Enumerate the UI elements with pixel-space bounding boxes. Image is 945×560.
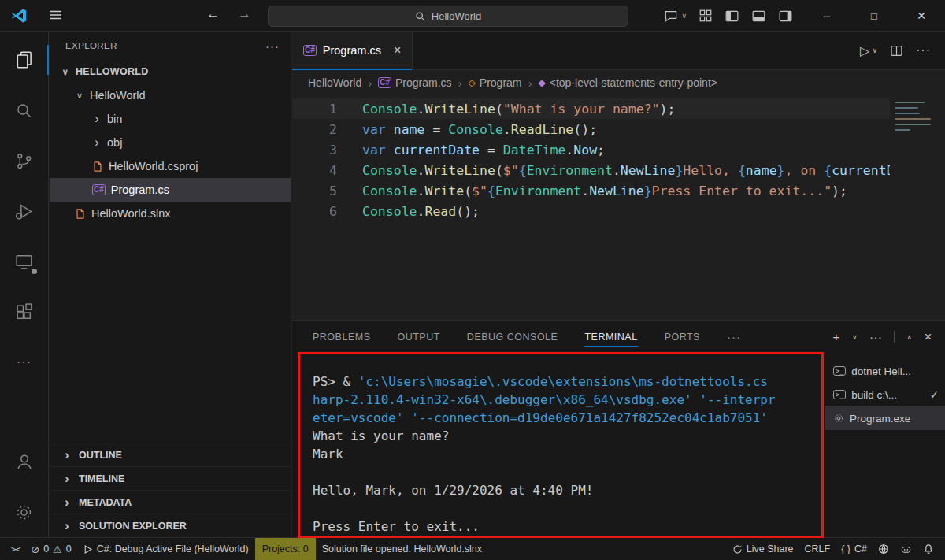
line-text: var name = Console.ReadLine(); [362,122,597,137]
section-metadata[interactable]: › METADATA [50,490,291,514]
tab-label: Program.cs [323,44,381,57]
debug-status[interactable]: C#: Debug Active File (HelloWorld) [78,538,254,560]
tree-item-bin-folder[interactable]: › bin [50,107,291,131]
panel-tab-output[interactable]: OUTPUT [397,321,439,353]
toggle-secondary-sidebar-icon[interactable] [778,9,793,24]
breadcrumb-entry-point[interactable]: ◆ <top-level-statements-entry-point> [539,76,717,89]
remote-indicator[interactable]: >< [6,538,24,560]
breadcrumb-project[interactable]: HelloWorld [308,76,361,89]
panel-more-actions-icon[interactable]: ··· [869,330,883,343]
panel-maximize-icon[interactable]: ∧ [906,333,912,341]
tree-item-csproj-file[interactable]: HelloWorld.csproj [50,154,291,178]
run-button[interactable]: ▷ ∨ [860,43,877,58]
activity-explorer-icon[interactable] [0,35,49,85]
tree-root-label: HELLOWORLD [76,66,149,77]
minimap-line [895,102,925,103]
toggle-sidebar-icon[interactable] [724,9,739,24]
panel-more-icon[interactable]: ··· [727,330,741,343]
copilot-chat-button[interactable]: ∨ [663,8,687,24]
tree-item-slnx-file[interactable]: HelloWorld.slnx [50,202,291,225]
terminal-line: What is your name? [313,427,825,445]
terminal-line [313,499,825,517]
bell-icon[interactable] [918,538,939,560]
minimap[interactable] [890,95,945,320]
panel-tab-ports[interactable]: PORTS [665,321,700,353]
terminal-list-item-build[interactable]: >_ build c:\... ✓ [825,383,945,406]
new-terminal-icon[interactable]: + [833,330,840,343]
code-line[interactable]: 1Console.WriteLine("What is your name?")… [292,98,945,119]
copilot-icon[interactable] [895,538,917,560]
code-line[interactable]: 4Console.WriteLine($"{Environment.NewLin… [292,160,945,180]
editor-tabbar: C# Program.cs × ▷ ∨ ··· [292,32,945,70]
breadcrumb-symbol-program[interactable]: ◇ Program [469,76,522,89]
run-icon: ▷ [860,43,869,58]
toggle-panel-icon[interactable] [751,9,766,24]
breadcrumb-separator: › [458,76,462,90]
tree-item-label: HelloWorld.csproj [109,160,198,172]
tab-programcs[interactable]: C# Program.cs × [292,32,413,69]
terminal-output[interactable]: PS> & 'c:\Users\mosagie\.vscode\extensio… [292,353,825,537]
breadcrumb-file[interactable]: C# Program.cs [378,76,451,89]
command-center-search[interactable]: HelloWorld [268,6,628,27]
chevron-right-icon: › [92,115,102,123]
terminal-dropdown-icon[interactable]: ∨ [852,333,858,341]
tree-item-label: HelloWorld [90,89,146,102]
customize-layout-icon[interactable] [699,9,713,23]
explorer-header: EXPLORER ··· [50,32,291,60]
live-share-status[interactable]: Live Share [728,538,799,560]
problems-status[interactable]: ⊘ 0 ⚠ 0 [26,538,76,560]
cube-symbol-icon: ◆ [539,77,546,88]
terminal-list-item-program[interactable]: Program.exe [825,406,945,430]
terminal-list-item-dotnet[interactable]: >_ dotnet Hell... [825,359,945,383]
globe-icon[interactable] [873,538,894,560]
projects-status-badge[interactable]: Projects: 0 [255,538,316,560]
navigate-forward-icon[interactable]: → [238,6,251,22]
line-text: Console.Read(); [362,204,480,219]
line-text: Console.WriteLine("What is your name?"); [362,102,675,117]
panel-tab-debug-console[interactable]: DEBUG CONSOLE [467,321,558,353]
minimize-button[interactable]: ─ [803,0,850,32]
panel-close-icon[interactable]: × [925,329,932,345]
close-button[interactable]: × [898,0,945,32]
activity-more-icon[interactable]: ··· [0,337,49,388]
code-line[interactable]: 3var currentDate = DateTime.Now; [292,139,945,160]
solution-status[interactable]: Solution file opened: HelloWorld.slnx [317,538,487,560]
search-icon [415,11,426,22]
activity-extensions-icon[interactable] [0,287,49,337]
editor-more-icon[interactable]: ··· [916,43,931,57]
panel-tabbar: PROBLEMS OUTPUT DEBUG CONSOLE TERMINAL P… [292,321,945,353]
section-timeline[interactable]: › TIMELINE [50,466,291,490]
menu-hamburger-icon[interactable] [49,8,63,22]
section-outline[interactable]: › OUTLINE [50,443,291,466]
section-solution-explorer[interactable]: › SOLUTION EXPLORER [50,514,291,537]
code-line[interactable]: 2var name = Console.ReadLine(); [292,119,945,139]
navigate-back-icon[interactable]: ← [206,6,220,22]
code-line[interactable]: 5Console.Write($"{Environment.NewLine}Pr… [292,180,945,201]
panel-tab-terminal[interactable]: TERMINAL [584,321,637,353]
activity-source-control-icon[interactable] [0,135,49,186]
tree-root-helloworld[interactable]: ∨ HELLOWORLD [50,60,291,83]
tree-item-label: Program.cs [111,184,169,196]
explorer-more-icon[interactable]: ··· [265,39,280,53]
search-value: HelloWorld [432,10,481,22]
language-status[interactable]: { } C# [836,538,872,560]
activity-remote-explorer-icon[interactable] [0,236,49,287]
chevron-down-icon: ∨ [61,67,70,77]
activity-search-icon[interactable] [0,85,49,135]
settings-gear-icon[interactable] [0,487,49,537]
maximize-button[interactable]: □ [850,0,898,32]
activity-run-debug-icon[interactable] [0,186,49,236]
minimap-line [895,129,910,131]
tab-close-icon[interactable]: × [394,43,401,57]
code-line[interactable]: 6Console.Read(); [292,201,945,221]
code-editor[interactable]: 1Console.WriteLine("What is your name?")… [292,95,945,320]
tree-item-programcs-file[interactable]: C# Program.cs [50,178,291,202]
terminal-line: PS> & 'c:\Users\mosagie\.vscode\extensio… [313,373,825,391]
account-icon[interactable] [0,436,49,487]
split-editor-icon[interactable] [890,44,903,57]
tree-item-obj-folder[interactable]: › obj [50,131,291,154]
panel-tab-problems[interactable]: PROBLEMS [313,321,370,353]
tree-item-helloworld-folder[interactable]: ∨ HelloWorld [50,83,291,107]
error-icon: ⊘ [31,543,39,555]
eol-status[interactable]: CRLF [800,538,836,560]
